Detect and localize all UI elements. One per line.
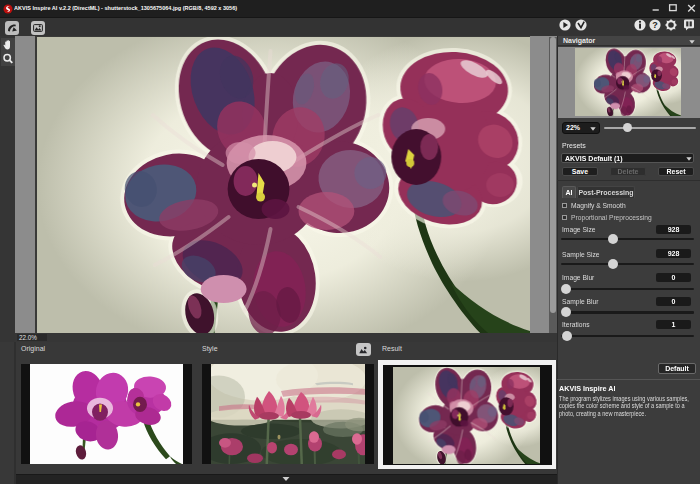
svg-text:?: ? bbox=[652, 20, 658, 30]
